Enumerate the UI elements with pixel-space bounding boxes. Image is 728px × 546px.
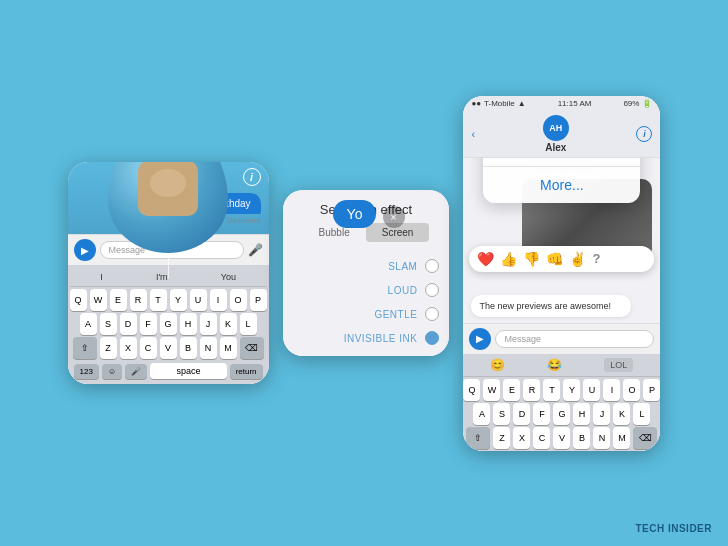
key-delete[interactable]: ⌫ (240, 337, 264, 359)
key-r[interactable]: R (130, 289, 147, 311)
p3-key-p[interactable]: P (643, 379, 660, 401)
p3-key-d[interactable]: D (513, 403, 530, 425)
key-space[interactable]: space (150, 363, 227, 379)
p3-key-a[interactable]: A (473, 403, 490, 425)
key-i[interactable]: I (210, 289, 227, 311)
mic-icon[interactable]: 🎤 (248, 243, 263, 257)
effect-loud[interactable]: LOUD (293, 280, 440, 300)
info-icon-p3[interactable]: i (636, 126, 652, 142)
p3-key-m[interactable]: M (613, 427, 630, 449)
key-return[interactable]: return (230, 364, 263, 379)
p3-key-i[interactable]: I (603, 379, 620, 401)
key-mic-kbd[interactable]: 🎤 (125, 364, 147, 379)
p3-key-l[interactable]: L (633, 403, 650, 425)
p3-key-shift[interactable]: ⇧ (466, 427, 490, 449)
key-f[interactable]: F (140, 313, 157, 335)
p3-key-s[interactable]: S (493, 403, 510, 425)
effect-gentle-dot[interactable] (425, 307, 439, 321)
p3-key-g[interactable]: G (553, 403, 570, 425)
kbd-bottom-row: 123 ☺ 🎤 space return (70, 361, 267, 381)
effect-loud-dot[interactable] (425, 283, 439, 297)
key-v[interactable]: V (160, 337, 177, 359)
p3-key-f[interactable]: F (533, 403, 550, 425)
effect-slam-dot[interactable] (425, 259, 439, 273)
effect-invisible-ink[interactable]: INVISIBLE INK (293, 328, 440, 348)
p3-key-delete[interactable]: ⌫ (633, 427, 657, 449)
key-o[interactable]: O (230, 289, 247, 311)
key-s[interactable]: S (100, 313, 117, 335)
more-button[interactable]: More... (483, 167, 640, 203)
key-j[interactable]: J (200, 313, 217, 335)
key-shift[interactable]: ⇧ (73, 337, 97, 359)
p3-key-o[interactable]: O (623, 379, 640, 401)
p3-key-j[interactable]: J (593, 403, 610, 425)
p3-key-v[interactable]: V (553, 427, 570, 449)
effect-invisible-ink-dot[interactable] (425, 331, 439, 345)
key-z[interactable]: Z (100, 337, 117, 359)
reaction-fist[interactable]: 👊 (546, 251, 563, 267)
key-d[interactable]: D (120, 313, 137, 335)
p3-key-b[interactable]: B (573, 427, 590, 449)
p3-key-k[interactable]: K (613, 403, 630, 425)
copy-button[interactable]: Copy (483, 158, 640, 167)
suggestion-i[interactable]: I (94, 271, 109, 283)
phone-1-screen: i y birthday Delivered ▶ Message (68, 162, 269, 384)
contact-name: Alex (475, 142, 636, 153)
battery-label: 69% (623, 99, 639, 108)
key-p[interactable]: P (250, 289, 267, 311)
lol-suggestion[interactable]: LOL (604, 358, 633, 372)
balloon-string (168, 253, 169, 278)
effect-gentle[interactable]: GENTLE (293, 304, 440, 324)
p3-kbd-row-3: ⇧ Z X C V B N M ⌫ (463, 427, 660, 449)
key-l[interactable]: L (240, 313, 257, 335)
key-w[interactable]: W (90, 289, 107, 311)
key-b[interactable]: B (180, 337, 197, 359)
key-c[interactable]: C (140, 337, 157, 359)
p3-key-h[interactable]: H (573, 403, 590, 425)
key-h[interactable]: H (180, 313, 197, 335)
reaction-heart[interactable]: ❤️ (477, 251, 494, 267)
kbd-row-2: A S D F G H J K L (70, 313, 267, 335)
key-q[interactable]: Q (70, 289, 87, 311)
suggestion-im[interactable]: I'm (150, 271, 174, 283)
reaction-thumbsup[interactable]: 👍 (500, 251, 517, 267)
send-button-p3[interactable]: ▶ (469, 328, 491, 350)
key-123[interactable]: 123 (74, 364, 99, 379)
p3-key-r[interactable]: R (523, 379, 540, 401)
p3-status-bar: ●● T-Mobile ▲ 11:15 AM 69% 🔋 (463, 96, 660, 111)
effect-slam[interactable]: SLAM (293, 256, 440, 276)
p3-key-t[interactable]: T (543, 379, 560, 401)
key-m[interactable]: M (220, 337, 237, 359)
p3-key-w[interactable]: W (483, 379, 500, 401)
p3-key-z[interactable]: Z (493, 427, 510, 449)
p3-key-x[interactable]: X (513, 427, 530, 449)
p3-key-u[interactable]: U (583, 379, 600, 401)
key-t[interactable]: T (150, 289, 167, 311)
p3-key-e[interactable]: E (503, 379, 520, 401)
reaction-peace[interactable]: ✌️ (569, 251, 586, 267)
suggestion-you[interactable]: You (215, 271, 242, 283)
reaction-thumbsdown[interactable]: 👎 (523, 251, 540, 267)
key-n[interactable]: N (200, 337, 217, 359)
p3-key-y[interactable]: Y (563, 379, 580, 401)
send-button[interactable]: ▶ (74, 239, 96, 261)
preview-bubble: The new previews are awesome! (471, 295, 631, 317)
p3-key-n[interactable]: N (593, 427, 610, 449)
reaction-question[interactable]: ? (592, 251, 600, 266)
key-k[interactable]: K (220, 313, 237, 335)
key-u[interactable]: U (190, 289, 207, 311)
emoji-smile[interactable]: 😊 (490, 358, 505, 372)
key-e[interactable]: E (110, 289, 127, 311)
key-g[interactable]: G (160, 313, 177, 335)
p3-key-c[interactable]: C (533, 427, 550, 449)
key-y[interactable]: Y (170, 289, 187, 311)
close-preview-button[interactable]: × (383, 206, 405, 228)
key-x[interactable]: X (120, 337, 137, 359)
info-icon-p1[interactable]: i (243, 168, 261, 186)
carrier-label: T-Mobile (484, 99, 515, 108)
key-a[interactable]: A (80, 313, 97, 335)
p3-key-q[interactable]: Q (463, 379, 480, 401)
message-input-p3[interactable]: Message (495, 330, 654, 348)
key-emoji[interactable]: ☺ (102, 364, 122, 379)
emoji-laugh[interactable]: 😂 (547, 358, 562, 372)
